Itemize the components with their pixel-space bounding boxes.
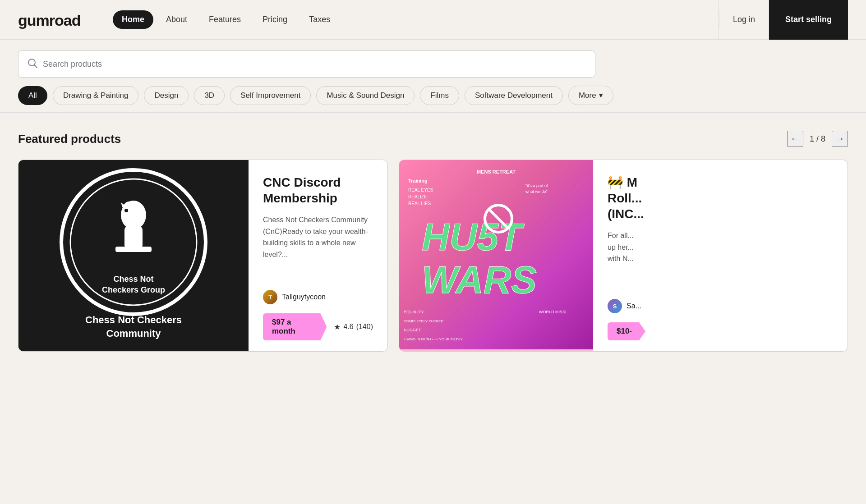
svg-text:Checkers Group: Checkers Group [102,285,165,294]
card-2-price: $10- [608,322,645,340]
card-2-description: For all...up her...with N... [608,230,833,288]
svg-point-6 [123,202,135,218]
svg-point-9 [124,209,128,212]
search-bar-container [18,50,595,78]
svg-text:"it's a part of: "it's a part of [525,183,548,188]
nav-links: Home About Features Pricing Taxes [113,10,719,29]
rating-value: 4.6 [343,323,353,331]
card-1-footer: $97 a month ★ 4.6 (140) [263,313,373,340]
svg-text:Community: Community [106,328,161,339]
pagination-text: 1 / 8 [810,134,825,144]
svg-text:NUGGET.: NUGGET. [404,328,422,332]
card-1-body: CNC Discord Membership Chess Not Checker… [249,160,387,351]
start-selling-button[interactable]: Start selling [769,0,848,40]
card-1-price: $97 a month [263,313,327,340]
svg-text:REAL LIES: REAL LIES [408,201,431,206]
svg-text:what we do": what we do" [525,189,548,194]
nav-home[interactable]: Home [113,10,153,29]
svg-text:LIVING IN FILTH +++ YOUR FILTH: LIVING IN FILTH +++ YOUR FILTHY... [404,337,465,341]
svg-text:MENS RETREAT: MENS RETREAT [477,169,516,174]
nav-pricing[interactable]: Pricing [253,10,296,29]
svg-text:gumroad: gumroad [18,12,80,29]
nav-taxes[interactable]: Taxes [300,10,339,29]
star-icon: ★ [334,322,341,332]
filter-all[interactable]: All [18,86,47,105]
svg-text:COMPLETELY FUCKED: COMPLETELY FUCKED [404,319,443,323]
filter-drawing[interactable]: Drawing & Painting [53,86,139,105]
filter-3d[interactable]: 3D [194,86,225,105]
card-2-image: MENS RETREAT Training REAL EYES REALIZE … [399,160,593,351]
svg-rect-10 [124,226,143,249]
filter-self-improvement[interactable]: Self Improvement [230,86,311,105]
featured-title: Featured products [18,132,121,146]
filter-design[interactable]: Design [144,86,189,105]
card-1-author-row: T Tallguytycoon [263,290,373,304]
svg-text:Chess Not Checkers: Chess Not Checkers [85,314,182,325]
svg-text:EQUALITY: EQUALITY [404,310,424,314]
featured-section: Featured products ← 1 / 8 → [0,113,866,352]
product-card-2[interactable]: MENS RETREAT Training REAL EYES REALIZE … [399,160,848,352]
svg-text:WARS: WARS [422,258,537,301]
card-2-author-avatar: S [608,299,622,313]
prev-page-button[interactable]: ← [787,131,803,147]
more-label: More [579,91,596,100]
card-2-author-row: S Sa... [608,299,833,313]
svg-point-1 [28,59,35,66]
rating-count: (140) [356,323,373,331]
chevron-down-icon: ▾ [599,91,603,100]
svg-text:WORLD MISSI...: WORLD MISSI... [539,310,570,314]
search-input[interactable] [43,60,586,69]
svg-text:Training: Training [408,178,428,183]
nav-features[interactable]: Features [200,10,250,29]
card-1-author-name[interactable]: Tallguytycoon [282,293,326,301]
product-card-1[interactable]: Chess Not Checkers Group Chess Not Check… [18,160,388,352]
card-2-title: 🚧 MRoll...(INC... [608,174,833,222]
card-1-rating: ★ 4.6 (140) [334,322,373,332]
svg-text:HU5T: HU5T [422,215,525,258]
pagination: ← 1 / 8 → [787,131,848,147]
logo[interactable]: gumroad [18,10,95,29]
navigation: gumroad Home About Features Pricing Taxe… [0,0,866,40]
nav-right: Log in Start selling [719,0,848,40]
card-1-author-avatar: T [263,290,277,304]
svg-rect-11 [115,247,152,252]
card-2-author-name[interactable]: Sa... [626,302,641,310]
nav-about[interactable]: About [157,10,196,29]
card-1-description: Chess Not Checkers Community (CnC)Ready … [263,214,373,279]
next-page-button[interactable]: → [832,131,848,147]
svg-text:Chess Not: Chess Not [113,275,153,284]
svg-line-2 [35,65,37,68]
featured-header: Featured products ← 1 / 8 → [18,131,848,147]
search-section: All Drawing & Painting Design 3D Self Im… [0,40,866,113]
filter-music[interactable]: Music & Sound Design [316,86,415,105]
card-1-title: CNC Discord Membership [263,174,373,206]
card-2-footer: $10- [608,322,833,340]
filter-films[interactable]: Films [420,86,459,105]
cards-row: Chess Not Checkers Group Chess Not Check… [18,160,848,352]
filter-row: All Drawing & Painting Design 3D Self Im… [18,86,848,105]
filter-more[interactable]: More ▾ [568,86,613,105]
svg-text:REALIZE: REALIZE [408,194,427,199]
search-icon [28,58,37,70]
login-button[interactable]: Log in [719,10,769,29]
card-1-image: Chess Not Checkers Group Chess Not Check… [18,160,249,351]
svg-text:REAL EYES: REAL EYES [408,188,433,192]
filter-software[interactable]: Software Development [465,86,563,105]
card-2-body: 🚧 MRoll...(INC... For all...up her...wit… [593,160,848,351]
